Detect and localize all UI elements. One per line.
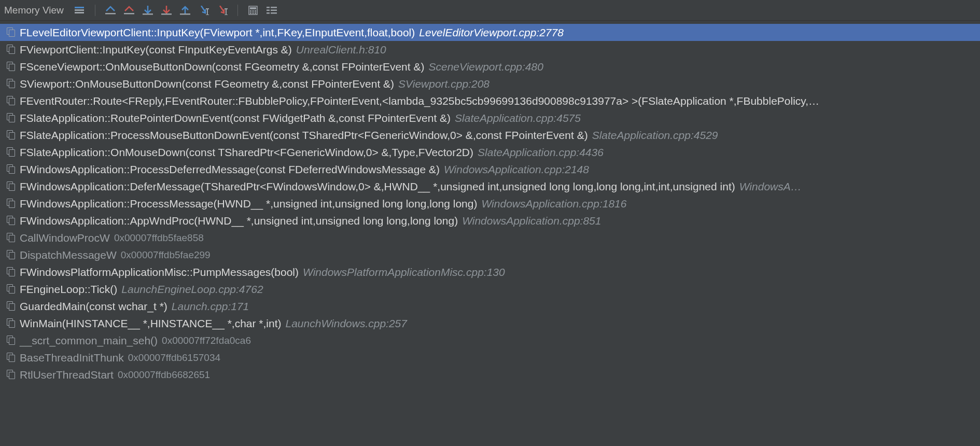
svg-rect-32 [271, 12, 277, 14]
frame-function-text: __scrt_common_main_seh() [20, 335, 158, 347]
frame-icon [7, 114, 17, 123]
frame-icon [7, 285, 17, 294]
frame-icon [7, 250, 17, 260]
frame-function-text: SViewport::OnMouseButtonDown(const FGeom… [20, 78, 394, 90]
svg-rect-24 [250, 12, 251, 14]
frame-icon [7, 216, 17, 226]
frame-function-text: DispatchMessageW [20, 249, 117, 261]
frame-function-text: FWindowsPlatformApplicationMisc::PumpMes… [20, 266, 299, 278]
frame-function-text: FWindowsApplication::AppWndProc(HWND__ *… [20, 215, 458, 227]
stack-frame-row[interactable]: FSlateApplication::ProcessMouseButtonDow… [0, 127, 980, 144]
toolbar-divider [237, 5, 238, 16]
frame-icon [7, 370, 17, 380]
frame-function-text: FWindowsApplication::ProcessMessage(HWND… [20, 198, 477, 210]
frame-function-text: BaseThreadInitThunk [20, 352, 124, 364]
svg-rect-3 [105, 13, 116, 15]
frame-function-text: FWindowsApplication::DeferMessage(TShare… [20, 180, 735, 193]
step-up-blue-icon[interactable] [176, 3, 194, 18]
stack-frame-row[interactable]: GuardedMain(const wchar_t *)Launch.cpp:1… [0, 298, 980, 315]
svg-rect-25 [252, 12, 254, 14]
stack-frame-row[interactable]: FEngineLoop::Tick()LaunchEngineLoop.cpp:… [0, 281, 980, 298]
stack-frame-row[interactable]: FSceneViewport::OnMouseButtonDown(const … [0, 58, 980, 75]
toolbar: Memory View [0, 0, 980, 21]
toolbar-divider [95, 5, 95, 16]
frame-function-text: FSlateApplication::OnMouseDown(const TSh… [20, 146, 473, 159]
stack-frame-row[interactable]: DispatchMessageW0x00007ffdb5fae299 [0, 246, 980, 263]
frame-location-text: LaunchWindows.cpp:257 [286, 317, 407, 330]
frame-icon [7, 148, 17, 157]
frame-location-text: WindowsApplication.cpp:1816 [481, 198, 626, 210]
step-into-cursor-blue-icon[interactable] [195, 3, 213, 18]
stack-frame-row[interactable]: FWindowsApplication::ProcessDeferredMess… [0, 161, 980, 178]
frame-function-text: FWindowsApplication::ProcessDeferredMess… [20, 163, 440, 176]
frame-function-text: WinMain(HINSTANCE__ *,HINSTANCE__ *,char… [20, 317, 282, 330]
stack-frame-row[interactable]: WinMain(HINSTANCE__ *,HINSTANCE__ *,char… [0, 315, 980, 332]
frame-icon [7, 96, 17, 106]
frame-function-text: FSceneViewport::OnMouseButtonDown(const … [20, 61, 424, 73]
frame-icon [7, 336, 17, 345]
frame-location-text: WindowsApplication.cpp:2148 [444, 163, 589, 176]
stack-frame-row[interactable]: FWindowsApplication::ProcessMessage(HWND… [0, 195, 980, 212]
frame-function-text: FSlateApplication::ProcessMouseButtonDow… [20, 129, 588, 142]
stack-frame-row[interactable]: FSlateApplication::RoutePointerDownEvent… [0, 109, 980, 127]
frame-function-text: FViewportClient::InputKey(const FInputKe… [20, 44, 292, 56]
svg-rect-26 [255, 12, 256, 14]
frame-location-text: SViewport.cpp:208 [398, 78, 489, 90]
frame-icon [7, 199, 17, 208]
stack-lines-icon[interactable] [71, 3, 89, 18]
svg-rect-21 [250, 10, 251, 12]
step-down-blue-icon[interactable] [139, 3, 157, 18]
stack-frame-row[interactable]: __scrt_common_main_seh()0x00007ff72fda0c… [0, 332, 980, 349]
memory-view-label[interactable]: Memory View [2, 5, 70, 16]
stack-frame-row[interactable]: FWindowsApplication::DeferMessage(TShare… [0, 178, 980, 195]
frame-function-text: RtlUserThreadStart [20, 369, 114, 381]
stack-frame-row[interactable]: FEventRouter::Route<FReply,FEventRouter:… [0, 92, 980, 109]
svg-rect-29 [267, 9, 270, 11]
frame-location-text: SlateApplication.cpp:4436 [478, 146, 604, 159]
frame-location-text: WindowsA… [739, 180, 802, 193]
stack-frame-row[interactable]: RtlUserThreadStart0x00007ffdb6682651 [0, 366, 980, 383]
frame-function-text: FLevelEditorViewportClient::InputKey(FVi… [20, 26, 415, 39]
stack-frame-row[interactable]: FSlateApplication::OnMouseDown(const TSh… [0, 144, 980, 161]
frame-function-text: FSlateApplication::RoutePointerDownEvent… [20, 112, 451, 124]
step-out-up-red-icon[interactable] [120, 3, 138, 18]
svg-rect-2 [75, 12, 84, 13]
list-indent-icon[interactable] [263, 3, 281, 18]
stack-frame-row[interactable]: FViewportClient::InputKey(const FInputKe… [0, 41, 980, 58]
frame-location-text: SlateApplication.cpp:4529 [592, 129, 718, 142]
step-out-up-blue-icon[interactable] [102, 3, 119, 18]
step-down-red-icon[interactable] [158, 3, 175, 18]
frame-icon [7, 319, 17, 328]
svg-rect-27 [267, 7, 270, 8]
frame-icon [7, 182, 17, 191]
frame-location-text: LevelEditorViewport.cpp:2778 [419, 26, 564, 39]
svg-rect-8 [161, 13, 172, 15]
svg-rect-20 [250, 7, 256, 9]
call-stack-list: FLevelEditorViewportClient::InputKey(FVi… [0, 21, 980, 383]
frame-icon [7, 233, 17, 243]
stack-frame-row[interactable]: FWindowsApplication::AppWndProc(HWND__ *… [0, 212, 980, 229]
frame-function-text: FEventRouter::Route<FReply,FEventRouter:… [20, 95, 819, 107]
stack-frame-row[interactable]: SViewport::OnMouseButtonDown(const FGeom… [0, 75, 980, 92]
svg-rect-4 [124, 13, 134, 15]
stack-frame-row[interactable]: CallWindowProcW0x00007ffdb5fae858 [0, 229, 980, 246]
stack-frame-row[interactable]: FWindowsPlatformApplicationMisc::PumpMes… [0, 263, 980, 281]
svg-rect-22 [252, 10, 254, 12]
frame-location-text: SceneViewport.cpp:480 [428, 61, 543, 73]
frame-location-text: WindowsPlatformApplicationMisc.cpp:130 [303, 266, 505, 278]
frame-location-text: SlateApplication.cpp:4575 [455, 112, 581, 124]
calculator-icon[interactable] [244, 3, 262, 18]
frame-icon [7, 45, 17, 54]
frame-icon [7, 131, 17, 140]
svg-rect-23 [255, 10, 256, 12]
frame-address-text: 0x00007ff72fda0ca6 [162, 335, 251, 346]
svg-rect-30 [271, 9, 277, 11]
step-into-cursor-red-icon[interactable] [214, 3, 231, 18]
frame-function-text: FEngineLoop::Tick() [20, 283, 117, 296]
svg-rect-6 [143, 13, 153, 15]
frame-icon [7, 28, 17, 37]
stack-frame-row[interactable]: FLevelEditorViewportClient::InputKey(FVi… [0, 24, 980, 41]
stack-frame-row[interactable]: BaseThreadInitThunk0x00007ffdb6157034 [0, 349, 980, 366]
frame-icon [7, 79, 17, 89]
svg-rect-0 [75, 7, 84, 8]
